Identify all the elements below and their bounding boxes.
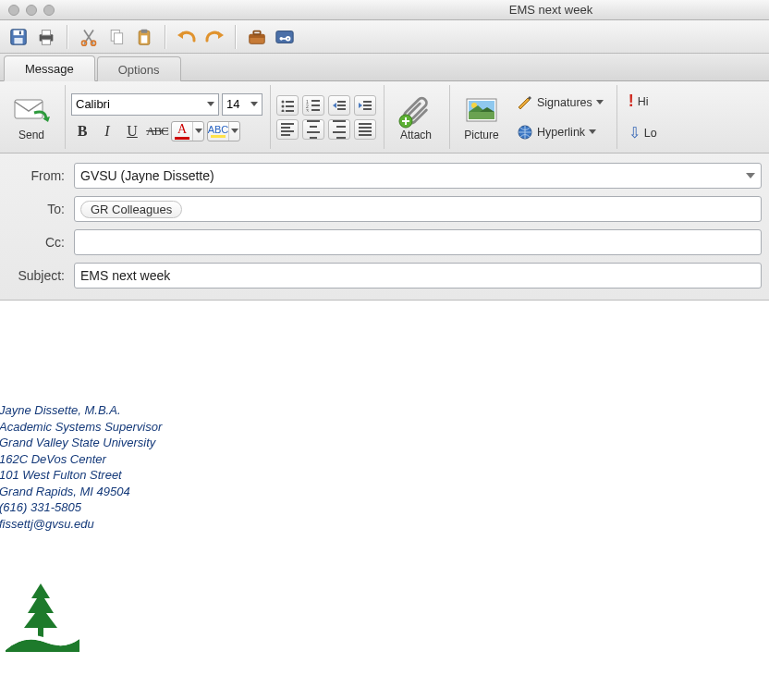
chevron-down-icon — [195, 129, 202, 133]
strikethrough-button[interactable]: ABC — [146, 121, 168, 141]
quick-toolbar — [0, 20, 769, 54]
signature-org: Grand Valley State University — [0, 435, 769, 451]
increase-indent-button[interactable] — [354, 95, 376, 116]
undo-icon[interactable] — [174, 24, 200, 50]
signatures-button[interactable]: Signatures — [511, 91, 609, 115]
media-browser-icon[interactable] — [272, 24, 298, 50]
message-headers: From: GVSU (Jayne Dissette) To: GR Colle… — [0, 154, 769, 301]
send-label: Send — [18, 129, 44, 141]
window-title: EMS next week — [0, 3, 769, 17]
exclamation-icon: ! — [629, 92, 634, 111]
italic-button[interactable]: I — [96, 121, 118, 141]
align-right-button[interactable] — [328, 119, 350, 140]
svg-rect-27 — [286, 110, 294, 112]
signature-citystate: Grand Rapids, MI 49504 — [0, 484, 769, 500]
attach-button[interactable]: Attach — [390, 88, 442, 147]
cut-icon[interactable] — [76, 24, 102, 50]
signature-addr2: 101 West Fulton Street — [0, 467, 769, 484]
svg-rect-13 — [141, 35, 148, 43]
minimize-window-button[interactable] — [26, 5, 37, 16]
svg-rect-29 — [311, 100, 320, 102]
svg-rect-16 — [253, 31, 260, 34]
send-button[interactable]: Send — [6, 88, 57, 147]
svg-rect-39 — [363, 108, 372, 110]
window-titlebar: EMS next week — [0, 0, 769, 20]
svg-point-26 — [282, 109, 285, 112]
bulleted-list-button[interactable] — [276, 95, 299, 116]
zoom-window-button[interactable] — [43, 5, 55, 16]
svg-rect-33 — [311, 109, 320, 111]
hyperlink-button[interactable]: Hyperlink — [511, 120, 609, 144]
message-body[interactable]: Jayne Dissette, M.B.A. Academic Systems … — [0, 301, 769, 655]
chevron-down-icon — [207, 102, 214, 106]
paperclip-icon — [400, 93, 432, 127]
svg-point-24 — [282, 104, 285, 107]
highlight-color-button[interactable]: ABC — [207, 121, 240, 141]
toolbox-icon[interactable] — [244, 24, 270, 50]
signature-icon — [517, 94, 533, 111]
font-color-button[interactable]: A — [171, 121, 204, 141]
arrow-down-icon: ⇩ — [629, 124, 641, 141]
svg-rect-23 — [286, 101, 294, 103]
font-family-value: Calibri — [76, 97, 110, 111]
redo-icon[interactable] — [201, 24, 227, 50]
svg-rect-5 — [42, 30, 50, 35]
bold-button[interactable]: B — [71, 121, 93, 141]
svg-rect-35 — [337, 104, 346, 106]
paste-icon[interactable] — [131, 24, 157, 50]
high-priority-label: Hi — [638, 95, 649, 108]
svg-rect-36 — [337, 108, 346, 110]
subject-label: Subject: — [7, 268, 74, 283]
to-field[interactable]: GR Colleagues — [74, 196, 762, 222]
picture-button[interactable]: Picture — [456, 88, 507, 147]
svg-rect-37 — [363, 101, 372, 103]
high-priority-button[interactable]: ! Hi — [623, 90, 663, 114]
underline-button[interactable]: U — [121, 121, 143, 141]
numbered-list-button[interactable]: 123 — [302, 95, 324, 116]
attach-label: Attach — [400, 129, 432, 141]
close-window-button[interactable] — [8, 5, 19, 16]
svg-rect-6 — [42, 39, 50, 44]
svg-point-22 — [282, 100, 285, 103]
chevron-down-icon — [250, 102, 258, 106]
signature-email: fissettj@gvsu.edu — [0, 516, 769, 533]
copy-icon[interactable] — [104, 24, 129, 50]
svg-rect-12 — [141, 29, 148, 32]
tab-options[interactable]: Options — [97, 56, 181, 81]
chevron-down-icon — [231, 129, 238, 133]
svg-rect-17 — [276, 31, 293, 43]
decrease-indent-button[interactable] — [328, 95, 350, 116]
cc-label: Cc: — [7, 235, 74, 250]
recipient-token[interactable]: GR Colleagues — [80, 201, 182, 218]
font-family-select[interactable]: Calibri — [71, 93, 219, 116]
align-left-button[interactable] — [276, 119, 299, 140]
from-field[interactable]: GVSU (Jayne Dissette) — [74, 163, 762, 189]
print-icon[interactable] — [33, 24, 59, 50]
svg-rect-38 — [363, 104, 372, 106]
chevron-down-icon — [746, 173, 755, 178]
globe-icon — [517, 124, 533, 141]
signature-phone: (616) 331-5805 — [0, 499, 769, 516]
hyperlink-label: Hyperlink — [537, 126, 585, 139]
tab-message[interactable]: Message — [4, 55, 95, 81]
font-size-select[interactable]: 14 — [222, 93, 262, 116]
ribbon: Send Calibri 14 B I U ABC A ABC — [0, 81, 769, 154]
low-priority-button[interactable]: ⇩ Lo — [623, 121, 663, 145]
align-justify-button[interactable] — [354, 119, 376, 140]
cc-field[interactable] — [74, 229, 762, 255]
svg-rect-2 — [14, 37, 22, 43]
from-label: From: — [7, 168, 74, 183]
traffic-lights — [0, 5, 55, 16]
svg-point-20 — [280, 37, 284, 41]
svg-text:3: 3 — [306, 108, 309, 112]
svg-point-19 — [287, 37, 289, 39]
save-icon[interactable] — [6, 24, 31, 50]
svg-rect-21 — [15, 100, 43, 118]
send-mail-icon — [13, 93, 50, 127]
svg-rect-44 — [469, 112, 494, 119]
subject-field[interactable]: EMS next week — [74, 263, 762, 289]
align-center-button[interactable] — [302, 119, 324, 140]
low-priority-label: Lo — [644, 127, 657, 140]
signature-addr1: 162C DeVos Center — [0, 451, 769, 468]
font-size-value: 14 — [226, 97, 239, 111]
